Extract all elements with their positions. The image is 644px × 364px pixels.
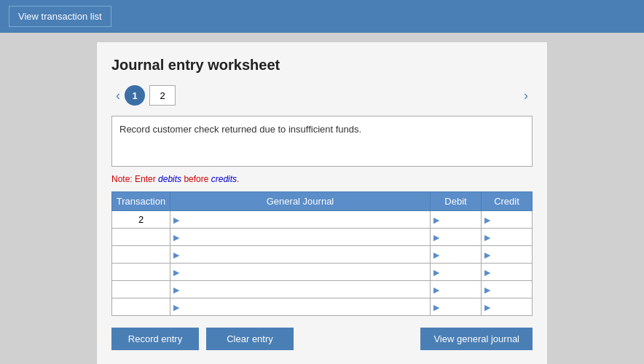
col-header-debit: Debit bbox=[431, 192, 482, 211]
worksheet-title: Journal entry worksheet bbox=[111, 57, 533, 74]
cell-credit[interactable]: ▶ bbox=[482, 246, 533, 264]
arrow-icon: ▶ bbox=[173, 215, 179, 224]
cell-general-journal[interactable]: ▶ bbox=[170, 246, 431, 264]
arrow-icon: ▶ bbox=[433, 303, 439, 312]
table-row: ▶▶▶ bbox=[112, 229, 533, 246]
arrow-icon: ▶ bbox=[173, 303, 179, 312]
cell-credit[interactable]: ▶ bbox=[482, 281, 533, 298]
arrow-icon: ▶ bbox=[433, 215, 439, 224]
cell-transaction[interactable] bbox=[112, 229, 170, 246]
cell-debit[interactable]: ▶ bbox=[431, 298, 482, 316]
main-container: Journal entry worksheet ‹ 1 2 › Record c… bbox=[96, 41, 548, 364]
record-entry-button[interactable]: Record entry bbox=[111, 328, 199, 350]
view-transaction-button[interactable]: View transaction list bbox=[9, 6, 111, 27]
cell-transaction[interactable] bbox=[112, 264, 170, 281]
note-credits: credits bbox=[211, 174, 237, 184]
next-page-box[interactable]: 2 bbox=[149, 85, 176, 106]
note-suffix: . bbox=[237, 174, 239, 184]
view-general-journal-button[interactable]: View general journal bbox=[420, 328, 533, 350]
cell-debit[interactable]: ▶ bbox=[431, 229, 482, 246]
arrow-icon: ▶ bbox=[433, 250, 439, 259]
arrow-icon: ▶ bbox=[484, 215, 490, 224]
col-header-transaction: Transaction bbox=[112, 192, 170, 211]
arrow-icon: ▶ bbox=[484, 285, 490, 294]
table-row: ▶▶▶ bbox=[112, 264, 533, 281]
cell-debit[interactable]: ▶ bbox=[431, 246, 482, 264]
cell-credit[interactable]: ▶ bbox=[482, 229, 533, 246]
arrow-icon: ▶ bbox=[173, 233, 179, 242]
arrow-icon: ▶ bbox=[484, 268, 490, 277]
table-row: 2▶▶▶ bbox=[112, 211, 533, 229]
cell-debit[interactable]: ▶ bbox=[431, 264, 482, 281]
cell-debit[interactable]: ▶ bbox=[431, 211, 482, 229]
description-box: Record customer check returned due to in… bbox=[111, 116, 533, 167]
cell-transaction[interactable] bbox=[112, 298, 170, 316]
note-prefix: Note: Enter bbox=[111, 174, 158, 184]
table-row: ▶▶▶ bbox=[112, 298, 533, 316]
clear-entry-button[interactable]: Clear entry bbox=[206, 328, 294, 350]
cell-general-journal[interactable]: ▶ bbox=[170, 281, 431, 298]
note-text: Note: Enter debits before credits. bbox=[111, 174, 533, 184]
top-bar: View transaction list bbox=[0, 0, 644, 33]
cell-transaction[interactable] bbox=[112, 246, 170, 264]
arrow-icon: ▶ bbox=[173, 268, 179, 277]
arrow-icon: ▶ bbox=[484, 233, 490, 242]
cell-debit[interactable]: ▶ bbox=[431, 281, 482, 298]
arrow-icon: ▶ bbox=[484, 250, 490, 259]
current-page-bubble[interactable]: 1 bbox=[125, 85, 145, 106]
arrow-icon: ▶ bbox=[433, 285, 439, 294]
arrow-icon: ▶ bbox=[433, 233, 439, 242]
table-row: ▶▶▶ bbox=[112, 281, 533, 298]
arrow-icon: ▶ bbox=[173, 250, 179, 259]
cell-general-journal[interactable]: ▶ bbox=[170, 264, 431, 281]
next-page-button[interactable]: › bbox=[519, 87, 533, 105]
note-debits: debits bbox=[158, 174, 181, 184]
note-middle: before bbox=[181, 174, 211, 184]
arrow-icon: ▶ bbox=[173, 285, 179, 294]
cell-credit[interactable]: ▶ bbox=[482, 211, 533, 229]
cell-transaction[interactable]: 2 bbox=[112, 211, 170, 229]
arrow-icon: ▶ bbox=[433, 268, 439, 277]
cell-general-journal[interactable]: ▶ bbox=[170, 229, 431, 246]
cell-transaction[interactable] bbox=[112, 281, 170, 298]
col-header-credit: Credit bbox=[482, 192, 533, 211]
cell-credit[interactable]: ▶ bbox=[482, 298, 533, 316]
col-header-general-journal: General Journal bbox=[170, 192, 431, 211]
prev-page-button[interactable]: ‹ bbox=[111, 87, 125, 105]
buttons-row: Record entry Clear entry View general jo… bbox=[111, 328, 533, 350]
table-row: ▶▶▶ bbox=[112, 246, 533, 264]
cell-credit[interactable]: ▶ bbox=[482, 264, 533, 281]
cell-general-journal[interactable]: ▶ bbox=[170, 211, 431, 229]
pagination-row: ‹ 1 2 › bbox=[111, 85, 533, 106]
journal-table: Transaction General Journal Debit Credit… bbox=[111, 191, 533, 316]
arrow-icon: ▶ bbox=[484, 303, 490, 312]
cell-general-journal[interactable]: ▶ bbox=[170, 298, 431, 316]
